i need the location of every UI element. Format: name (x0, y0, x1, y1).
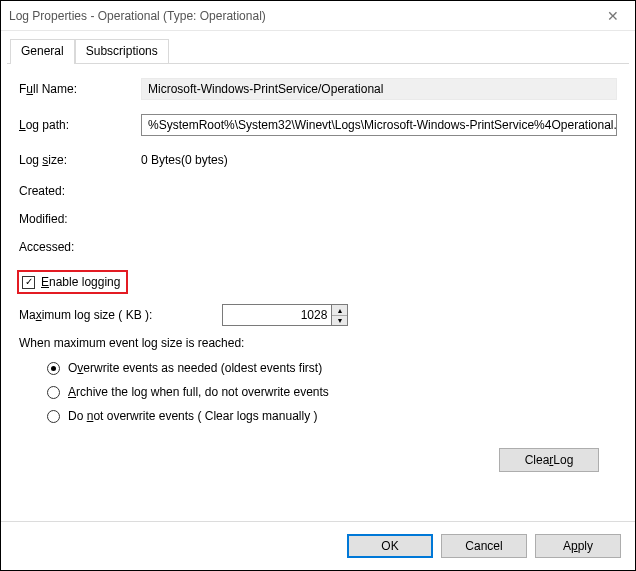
ok-button[interactable]: OK (347, 534, 433, 558)
radio-donot[interactable] (47, 410, 60, 423)
tab-strip: General Subscriptions (7, 39, 629, 64)
close-icon[interactable]: ✕ (590, 1, 635, 31)
tab-general[interactable]: General (10, 39, 75, 63)
window-title: Log Properties - Operational (Type: Oper… (9, 9, 590, 23)
created-label: Created: (19, 184, 141, 198)
log-path-input[interactable]: %SystemRoot%\System32\Winevt\Logs\Micros… (141, 114, 617, 136)
log-path-label: Log path: (19, 118, 141, 132)
spinner-up-icon[interactable]: ▲ (332, 305, 347, 315)
max-size-label: Maximum log size ( KB ): (19, 308, 152, 322)
tab-content: Full Name: Microsoft-Windows-PrintServic… (1, 64, 635, 480)
tab-subscriptions[interactable]: Subscriptions (75, 39, 169, 63)
accessed-label: Accessed: (19, 240, 141, 254)
radio-archive-label: Archive the log when full, do not overwr… (68, 385, 329, 399)
when-reached-label: When maximum event log size is reached: (19, 336, 617, 350)
max-size-input[interactable] (222, 304, 332, 326)
radio-donot-label: Do not overwrite events ( Clear logs man… (68, 409, 317, 423)
radio-overwrite-label: Overwrite events as needed (oldest event… (68, 361, 322, 375)
enable-logging-label: Enable logging (41, 275, 120, 289)
dialog-footer: OK Cancel Apply (1, 521, 635, 570)
spinner-down-icon[interactable]: ▼ (332, 315, 347, 325)
modified-label: Modified: (19, 212, 141, 226)
modified-value (141, 216, 617, 222)
apply-button[interactable]: Apply (535, 534, 621, 558)
enable-logging-checkbox[interactable]: ✓ (22, 276, 35, 289)
full-name-label: Full Name: (19, 82, 141, 96)
accessed-value (141, 244, 617, 250)
cancel-button[interactable]: Cancel (441, 534, 527, 558)
radio-archive[interactable] (47, 386, 60, 399)
created-value (141, 188, 617, 194)
full-name-value: Microsoft-Windows-PrintService/Operation… (141, 78, 617, 100)
titlebar: Log Properties - Operational (Type: Oper… (1, 1, 635, 31)
radio-overwrite[interactable] (47, 362, 60, 375)
log-size-label: Log size: (19, 153, 141, 167)
enable-logging-highlight: ✓ Enable logging (17, 270, 128, 294)
clear-log-button[interactable]: Clear Log (499, 448, 599, 472)
log-size-value: 0 Bytes(0 bytes) (141, 150, 617, 170)
